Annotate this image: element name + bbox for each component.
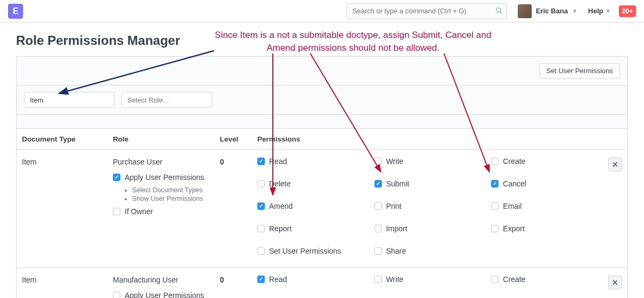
checkbox-icon	[257, 180, 265, 187]
checkbox-perm-read[interactable]: Read	[257, 276, 364, 283]
checkbox-icon	[113, 174, 120, 181]
checkbox-icon	[491, 202, 499, 210]
page-header: Role Permissions Manager	[0, 22, 644, 53]
cell-doctype: Item	[17, 150, 108, 268]
doctype-filter-input[interactable]	[24, 92, 115, 108]
checkbox-icon	[374, 276, 382, 283]
checkbox-icon	[257, 225, 265, 232]
user-menu[interactable]: Eric Bana ▼	[518, 4, 578, 18]
svg-line-1	[500, 11, 502, 13]
checkbox-icon	[491, 276, 499, 283]
checkbox-label: If Owner	[125, 208, 153, 215]
sub-list-item[interactable]: Show User Permissions	[132, 195, 209, 202]
delete-button[interactable]: ✕	[608, 158, 622, 171]
delete-button[interactable]: ✕	[608, 276, 622, 289]
perm-grid: Read Write Create Delete Submit Cancel	[257, 276, 597, 298]
checkbox-perm-read[interactable]: Read	[257, 158, 364, 165]
cell-delete: ✕	[603, 268, 627, 299]
checkbox-perm-email[interactable]: Email	[491, 202, 597, 210]
checkbox-label: Apply User Permissions	[125, 174, 204, 181]
checkbox-perm-delete[interactable]: Delete	[257, 180, 364, 187]
cell-permissions: Read Write Create Delete Submit Cancel A…	[252, 150, 603, 268]
search-input[interactable]	[347, 3, 507, 19]
chevron-down-icon: ▼	[572, 8, 578, 14]
role-name: Manufacturing User	[113, 276, 209, 284]
close-icon: ✕	[612, 278, 618, 287]
sub-list: Select Document TypesShow User Permissio…	[132, 186, 209, 202]
checkbox-label: Write	[386, 158, 403, 165]
checkbox-label: Email	[503, 202, 522, 210]
checkbox-apply-user-perms[interactable]: Apply User Permissions	[113, 292, 209, 298]
toolbar-area: Set User Permissions Document Type Role …	[16, 56, 628, 298]
checkbox-perm-set-user-permissions[interactable]: Set User Permissions	[257, 247, 364, 255]
checkbox-icon	[257, 158, 265, 165]
avatar	[518, 4, 532, 18]
checkbox-perm-amend[interactable]: Amend	[257, 202, 364, 210]
checkbox-perm-export[interactable]: Export	[491, 225, 597, 232]
checkbox-perm-write[interactable]: Write	[374, 158, 481, 165]
checkbox-perm-write[interactable]: Write	[374, 276, 481, 283]
checkbox-label: Set User Permissions	[269, 247, 341, 255]
checkbox-perm-report[interactable]: Report	[257, 225, 364, 232]
checkbox-if-owner[interactable]: If Owner	[113, 208, 209, 215]
checkbox-label: Read	[269, 276, 287, 283]
svg-point-0	[496, 7, 500, 12]
checkbox-label: Report	[269, 225, 292, 232]
checkbox-icon	[374, 202, 382, 210]
th-doctype: Document Type	[17, 129, 108, 150]
checkbox-perm-print[interactable]: Print	[374, 202, 481, 210]
navbar: E Eric Bana ▼ Help ▼ 20+	[0, 0, 644, 22]
checkbox-perm-share[interactable]: Share	[374, 247, 481, 255]
checkbox-icon	[257, 276, 265, 283]
checkbox-label: Read	[269, 158, 287, 165]
user-name: Eric Bana	[536, 7, 568, 15]
notification-badge[interactable]: 20+	[619, 5, 636, 17]
sub-list-item[interactable]: Select Document Types	[132, 186, 209, 194]
checkbox-perm-create[interactable]: Create	[491, 158, 597, 165]
checkbox-apply-user-perms[interactable]: Apply User Permissions	[113, 174, 209, 181]
checkbox-label: Apply User Permissions	[125, 292, 204, 298]
help-menu[interactable]: Help ▼	[588, 7, 611, 15]
th-delete	[603, 129, 627, 150]
th-level: Level	[214, 129, 252, 150]
checkbox-label: Delete	[269, 180, 290, 187]
cell-level: 0	[214, 150, 252, 268]
checkbox-icon	[113, 292, 120, 298]
checkbox-label: Cancel	[503, 180, 526, 187]
checkbox-label: Submit	[386, 180, 410, 187]
role-name: Purchase User	[113, 158, 209, 166]
cell-role: Manufacturing User Apply User Permission…	[108, 268, 214, 299]
permissions-table: Document Type Role Level Permissions Ite…	[17, 128, 627, 298]
checkbox-label: Export	[503, 225, 524, 232]
cell-permissions: Read Write Create Delete Submit Cancel	[252, 268, 603, 299]
table-row: ItemManufacturing User Apply User Permis…	[17, 268, 627, 299]
th-role: Role	[108, 129, 214, 150]
checkbox-perm-submit[interactable]: Submit	[374, 180, 481, 187]
th-permissions: Permissions	[252, 129, 603, 150]
role-filter-input[interactable]	[121, 92, 212, 108]
cell-doctype: Item	[17, 268, 108, 299]
checkbox-perm-cancel[interactable]: Cancel	[491, 180, 597, 187]
checkbox-label: Write	[386, 276, 403, 283]
checkbox-icon	[491, 180, 499, 187]
checkbox-perm-import[interactable]: Import	[374, 225, 481, 232]
checkbox-label: Create	[503, 158, 525, 165]
checkbox-icon	[491, 158, 499, 165]
close-icon: ✕	[612, 160, 618, 169]
search-icon	[495, 7, 503, 16]
checkbox-icon	[374, 225, 382, 232]
cell-delete: ✕	[603, 150, 627, 268]
checkbox-label: Share	[386, 247, 406, 255]
checkbox-icon	[374, 247, 382, 255]
checkbox-icon	[491, 225, 499, 232]
checkbox-label: Create	[503, 276, 525, 283]
checkbox-label: Import	[386, 225, 408, 232]
table-row: ItemPurchase User Apply User Permissions…	[17, 150, 627, 268]
checkbox-label: Print	[386, 202, 402, 210]
chevron-down-icon: ▼	[605, 8, 611, 14]
checkbox-icon	[374, 158, 382, 165]
checkbox-perm-create[interactable]: Create	[491, 276, 597, 283]
perm-grid: Read Write Create Delete Submit Cancel A…	[257, 158, 597, 260]
app-logo[interactable]: E	[8, 4, 23, 19]
set-user-permissions-button[interactable]: Set User Permissions	[539, 63, 620, 79]
